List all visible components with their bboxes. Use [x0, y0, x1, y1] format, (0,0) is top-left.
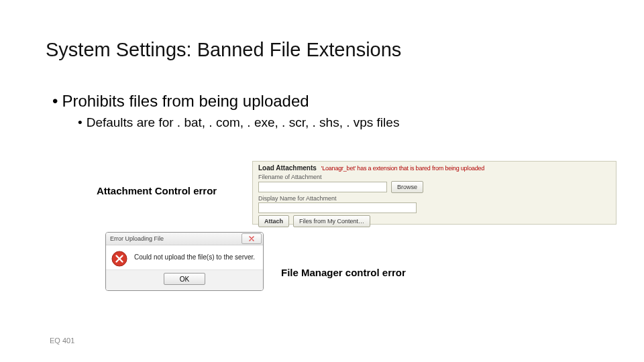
filename-row: Browse: [258, 181, 610, 193]
bullet-list: •Prohibits files from being uploaded •De…: [52, 90, 602, 130]
bullet-2-text: Defaults are for . bat, . com, . exe, . …: [87, 115, 400, 129]
attach-button[interactable]: Attach: [258, 215, 289, 227]
displayname-row: [258, 202, 610, 213]
bullet-level-2: •Defaults are for . bat, . com, . exe, .…: [78, 115, 602, 130]
dialog-footer: OK: [106, 269, 263, 290]
load-attachments-panel: Load Attachments 'Loanagr_bet' has a ext…: [252, 161, 616, 225]
dialog-title-text: Error Uploading File: [110, 235, 164, 242]
bullet-level-1: •Prohibits files from being uploaded: [52, 90, 602, 111]
error-dialog: Error Uploading File Could not upload th…: [105, 232, 264, 291]
browse-button[interactable]: Browse: [391, 181, 423, 193]
displayname-input[interactable]: [258, 202, 417, 213]
panel-button-row: Attach Files from My Content…: [258, 215, 610, 227]
slide-footer: EQ 401: [50, 337, 74, 345]
caption-attachment-control-error: Attachment Control error: [97, 185, 217, 196]
displayname-label: Display Name for Attachment: [258, 195, 610, 202]
dialog-body: Could not upload the file(s) to the serv…: [106, 245, 263, 269]
close-icon: [249, 236, 254, 241]
dialog-message: Could not upload the file(s) to the serv…: [134, 251, 255, 261]
panel-header-title: Load Attachments: [258, 164, 317, 172]
panel-header-error-text: 'Loanagr_bet' has a extension that is ba…: [321, 165, 485, 172]
ok-button[interactable]: OK: [164, 273, 205, 285]
bullet-dot-icon: •: [52, 92, 58, 110]
caption-file-manager-control-error: File Manager control error: [281, 267, 406, 278]
slide-title: System Settings: Banned File Extensions: [46, 39, 401, 61]
bullet-dot-icon: •: [78, 115, 83, 129]
panel-header: Load Attachments 'Loanagr_bet' has a ext…: [258, 164, 610, 172]
files-from-my-content-button[interactable]: Files from My Content…: [293, 215, 370, 227]
filename-input[interactable]: [258, 182, 387, 192]
dialog-titlebar: Error Uploading File: [106, 233, 263, 245]
dialog-close-button[interactable]: [241, 233, 262, 244]
error-icon: [111, 251, 127, 267]
filename-label: Filename of Attachment: [258, 174, 610, 180]
bullet-1-text: Prohibits files from being uploaded: [62, 92, 309, 110]
